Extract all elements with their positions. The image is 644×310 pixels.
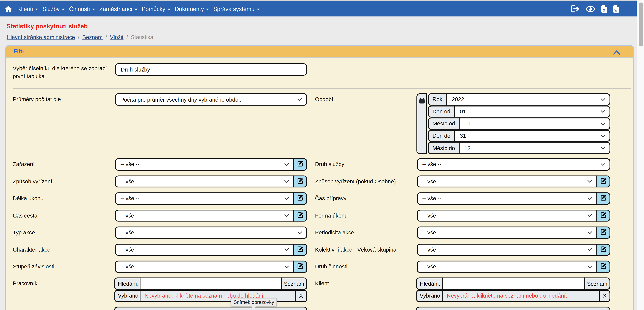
codelist-input[interactable] (115, 63, 307, 76)
filter-select[interactable]: -- vše -- (417, 192, 597, 204)
eye-icon[interactable] (585, 5, 596, 13)
selected-label: Vybráno: (416, 290, 443, 302)
breadcrumb-separator: / (106, 34, 107, 40)
filter-select[interactable]: -- vše -- (417, 175, 597, 187)
filter-row: Způsob vyřízení (pokud Osobně)-- vše -- (315, 175, 610, 187)
filter-select[interactable]: -- vše -- (115, 226, 307, 239)
filter-select[interactable]: -- vše -- (115, 175, 294, 187)
filter-panel-header[interactable]: Filtr (6, 46, 633, 58)
filter-select[interactable]: -- vše -- (115, 192, 294, 204)
worker-list-button[interactable]: Seznam (281, 277, 307, 290)
client-label: Klient (315, 280, 329, 286)
filter-rows-right: Druh služby-- vše --Způsob vyřízení (pok… (315, 158, 610, 273)
worker-clear-button[interactable]: X (295, 290, 307, 302)
filter-select-value: -- vše -- (120, 161, 140, 167)
client-clear-button[interactable]: X (599, 290, 610, 302)
filter-row: Způsob vyřízení-- vše -- (13, 175, 307, 187)
edit-button[interactable] (293, 209, 307, 222)
filter-select[interactable]: -- vše -- (417, 158, 610, 170)
edit-button[interactable] (596, 175, 610, 187)
chevron-up-icon[interactable] (613, 49, 620, 56)
period-select-value: 12 (464, 145, 470, 151)
chevron-down-icon (587, 180, 592, 183)
period-select[interactable]: 01 (454, 106, 610, 118)
edit-button[interactable] (596, 243, 610, 256)
filter-row-label: Čas přípravy (315, 195, 417, 201)
period-row-label: Měsíc do (428, 142, 460, 154)
filter-select[interactable]: -- vše -- (115, 261, 294, 273)
nav-item-dokumenty[interactable]: Dokumenty (175, 6, 209, 12)
excel-export-icon[interactable]: x (601, 5, 608, 13)
svg-text:x: x (603, 8, 605, 12)
home-icon[interactable] (4, 5, 12, 13)
breadcrumb-current: Statistika (131, 34, 153, 40)
worker-next-field-stub (114, 307, 307, 310)
edit-button[interactable] (293, 243, 307, 256)
breadcrumb-link[interactable]: Seznam (82, 34, 102, 40)
filter-select[interactable]: -- vše -- (417, 243, 597, 256)
filter-select-value: -- vše -- (422, 161, 441, 167)
edit-button[interactable] (293, 158, 307, 170)
sign-out-icon[interactable] (570, 5, 580, 13)
filter-select-value: -- vše -- (422, 263, 441, 270)
filter-row: Forma úkonu-- vše -- (315, 209, 610, 222)
edit-button[interactable] (293, 192, 307, 204)
edit-icon (600, 263, 606, 271)
chevron-down-icon (600, 163, 605, 166)
nav-item-pomucky[interactable]: Pomůcky (142, 6, 170, 12)
filter-select[interactable]: -- vše -- (417, 261, 597, 273)
edit-button[interactable] (596, 192, 610, 204)
breadcrumb-link[interactable]: Vložit (110, 34, 124, 40)
worker-search-input[interactable] (140, 277, 282, 290)
period-select[interactable]: 12 (458, 142, 610, 154)
period-row-label: Rok (428, 93, 447, 105)
client-selected-group: Vybráno: Nevybráno, klikněte na seznam n… (416, 290, 610, 302)
filter-row: Druh činnosti-- vše -- (315, 261, 610, 273)
breadcrumb: Hlavní stránka administrace/Seznam/Vloži… (6, 34, 153, 40)
edit-button[interactable] (596, 226, 610, 239)
filter-select[interactable]: -- vše -- (115, 243, 294, 256)
nav-item-klienti[interactable]: Klienti (17, 6, 38, 12)
chevron-down-icon (600, 122, 605, 125)
breadcrumb-link[interactable]: Hlavní stránka administrace (6, 34, 75, 40)
client-search-input[interactable] (442, 277, 585, 290)
period-row-label: Den od (428, 106, 455, 118)
edit-icon (297, 195, 303, 202)
filter-select[interactable]: -- vše -- (115, 158, 294, 170)
period-group: Rok2022Den od01Měsíc od01Den do31Měsíc d… (416, 93, 610, 154)
period-select[interactable]: 31 (454, 130, 610, 142)
period-select[interactable]: 01 (458, 118, 610, 130)
nav-item-sluzby[interactable]: Služby (42, 6, 65, 12)
edit-button[interactable] (293, 261, 307, 273)
chevron-down-icon (587, 265, 592, 268)
edit-button[interactable] (596, 261, 610, 273)
chevron-down-icon (587, 231, 592, 234)
filter-row: Charakter akce-- vše -- (13, 243, 307, 256)
nav-item-sprava-systemu[interactable]: Správa systému (213, 6, 260, 12)
filter-rows-left: Zařazení-- vše --Způsob vyřízení-- vše -… (13, 158, 307, 273)
filter-row-label: Stupeň závislosti (13, 263, 115, 270)
chevron-down-icon (587, 197, 592, 200)
edit-button[interactable] (293, 175, 307, 187)
nav-item-zamestnanci[interactable]: Zaměstnanci (99, 6, 138, 12)
filter-select[interactable]: -- vše -- (417, 209, 597, 222)
period-select-value: 01 (460, 109, 466, 115)
filter-select[interactable]: -- vše -- (115, 209, 294, 222)
word-export-icon[interactable]: w (613, 5, 620, 13)
period-row: Měsíc do12 (428, 142, 610, 154)
chevron-down-icon (297, 231, 302, 234)
filter-select[interactable]: -- vše -- (417, 226, 597, 239)
nav-item-cinnosti[interactable]: Činnosti (69, 6, 95, 12)
averages-select[interactable]: Počítá pro průměr všechny dny vybraného … (115, 93, 307, 106)
caret-down-icon (35, 8, 38, 10)
period-select-value: 01 (464, 121, 470, 127)
scrollbar-thumb[interactable] (638, 3, 643, 47)
chevron-down-icon (600, 110, 605, 113)
period-select-value: 31 (460, 133, 466, 139)
scrollbar[interactable] (636, 0, 644, 310)
period-select[interactable]: 2022 (446, 93, 610, 105)
chevron-down-icon (600, 146, 605, 150)
client-list-button[interactable]: Seznam (584, 277, 610, 290)
filter-select-value: -- vše -- (120, 212, 140, 219)
edit-button[interactable] (596, 209, 610, 222)
